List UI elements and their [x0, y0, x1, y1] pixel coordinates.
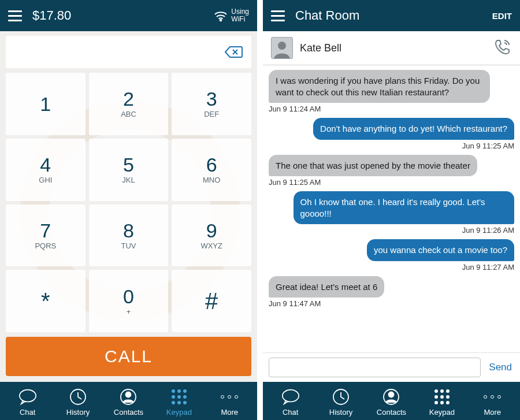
key-3[interactable]: 3DEF: [172, 73, 251, 135]
nav-contacts-label: Contacts: [377, 408, 406, 417]
key-letters: ABC: [121, 110, 136, 118]
menu-icon[interactable]: [271, 10, 285, 21]
key-digit: 7: [40, 221, 51, 240]
wifi-line2: WiFi: [231, 16, 249, 23]
message-timestamp: Jun 9 11:27 AM: [462, 263, 514, 272]
message-group: I was wondering if you have plans this F…: [269, 70, 514, 113]
message-bubble: The one that was just opened by the movi…: [269, 155, 477, 177]
wifi-status: UsingWiFi: [214, 8, 249, 23]
key-digit: 6: [206, 155, 217, 174]
key-*[interactable]: *: [6, 270, 86, 332]
message-timestamp: Jun 9 11:25 AM: [269, 178, 321, 187]
nav-contacts[interactable]: Contacts: [370, 387, 412, 417]
number-display: [6, 36, 251, 68]
svg-point-5: [278, 42, 286, 50]
nav-keypad[interactable]: Keypad: [421, 387, 463, 417]
message-timestamp: Jun 9 11:26 AM: [462, 226, 514, 235]
key-7[interactable]: 7PQRS: [6, 205, 86, 267]
edit-button[interactable]: EDIT: [492, 11, 512, 21]
key-letters: WXYZ: [200, 241, 222, 250]
input-row: Send: [263, 352, 520, 382]
nav-history-label: History: [66, 408, 90, 417]
key-digit: #: [205, 289, 218, 313]
message-group: Great idea! Let's meet at 6Jun 9 11:47 A…: [269, 276, 514, 309]
keypad-icon: [434, 389, 450, 404]
key-letters: PQRS: [35, 241, 56, 250]
menu-icon[interactable]: [8, 10, 22, 21]
key-letters: DEF: [204, 110, 219, 118]
key-digit: *: [41, 289, 50, 313]
chat-header: Chat Room EDIT: [263, 0, 520, 31]
nav-more-label: More: [221, 408, 238, 417]
key-9[interactable]: 9WXYZ: [172, 205, 251, 267]
call-button[interactable]: CALL: [6, 337, 251, 376]
nav-history[interactable]: History: [320, 387, 362, 417]
key-letters: MNO: [203, 176, 220, 184]
send-button[interactable]: Send: [486, 362, 514, 373]
message-bubble: I was wondering if you have plans this F…: [269, 70, 490, 103]
screen-divider: [257, 0, 263, 420]
contact-bar: Kate Bell: [263, 31, 520, 65]
nav-keypad-label: Keypad: [429, 408, 455, 417]
svg-point-1: [20, 389, 36, 402]
svg-point-0: [220, 20, 222, 21]
wifi-icon: [214, 10, 228, 21]
key-digit: 5: [123, 155, 134, 174]
message-group: you wanna check out a movie too?Jun 9 11…: [269, 239, 514, 272]
avatar-icon: [271, 37, 293, 59]
key-digit: 4: [40, 155, 51, 174]
nav-keypad[interactable]: Keypad: [158, 387, 200, 417]
message-bubble: you wanna check out a movie too?: [367, 239, 514, 261]
message-bubble: Great idea! Let's meet at 6: [269, 276, 384, 298]
nav-chat-label: Chat: [20, 408, 35, 417]
key-letters: TUV: [121, 241, 136, 250]
messages-list[interactable]: I was wondering if you have plans this F…: [263, 65, 520, 352]
nav-bar-left: Chat History Contacts Keypad More: [0, 382, 257, 420]
key-2[interactable]: 2ABC: [89, 73, 169, 135]
phone-chat: Chat Room EDIT Kate Bell I was wondering…: [263, 0, 520, 420]
more-icon: [221, 395, 238, 399]
message-group: Don't have anything to do yet! Which res…: [269, 118, 514, 150]
key-digit: 3: [206, 89, 217, 109]
key-digit: 1: [40, 94, 51, 114]
key-letters: +: [127, 307, 131, 316]
key-digit: 2: [123, 89, 134, 109]
call-contact-icon[interactable]: [493, 38, 512, 58]
contact-name: Kate Bell: [300, 42, 341, 54]
nav-contacts[interactable]: Contacts: [107, 387, 149, 417]
nav-keypad-label: Keypad: [166, 408, 192, 417]
message-input[interactable]: [269, 358, 481, 377]
key-1[interactable]: 1: [6, 73, 86, 135]
nav-history[interactable]: History: [57, 387, 99, 417]
keypad-grid: 12ABC3DEF4GHI5JKL6MNO7PQRS8TUV9WXYZ*0+#: [6, 73, 251, 332]
nav-chat[interactable]: Chat: [7, 387, 49, 417]
svg-point-6: [283, 389, 299, 402]
message-timestamp: Jun 9 11:25 AM: [462, 142, 514, 150]
header-title: Chat Room: [295, 8, 359, 23]
nav-chat-label: Chat: [283, 408, 298, 417]
key-5[interactable]: 5JKL: [89, 139, 169, 201]
message-bubble: Don't have anything to do yet! Which res…: [313, 118, 514, 140]
key-8[interactable]: 8TUV: [89, 205, 169, 267]
message-group: The one that was just opened by the movi…: [269, 155, 514, 187]
nav-chat[interactable]: Chat: [270, 387, 311, 417]
key-letters: JKL: [122, 176, 135, 184]
more-icon: [484, 395, 501, 399]
nav-more[interactable]: More: [471, 387, 513, 417]
key-6[interactable]: 6MNO: [172, 139, 251, 201]
keypad-icon: [172, 389, 187, 404]
key-letters: GHI: [39, 176, 52, 184]
backspace-icon[interactable]: [225, 45, 243, 59]
message-group: Oh I know that one. I heard it's really …: [269, 191, 514, 235]
key-#[interactable]: #: [172, 270, 251, 332]
key-4[interactable]: 4GHI: [6, 139, 86, 201]
svg-point-4: [126, 392, 131, 397]
key-digit: 8: [123, 221, 134, 240]
key-0[interactable]: 0+: [89, 270, 169, 332]
dial-area: 12ABC3DEF4GHI5JKL6MNO7PQRS8TUV9WXYZ*0+# …: [0, 31, 257, 382]
dialer-header: $17.80 UsingWiFi: [0, 0, 257, 31]
balance-label: $17.80: [32, 8, 71, 23]
nav-contacts-label: Contacts: [114, 408, 143, 417]
svg-point-9: [389, 392, 394, 397]
nav-more[interactable]: More: [209, 387, 250, 417]
